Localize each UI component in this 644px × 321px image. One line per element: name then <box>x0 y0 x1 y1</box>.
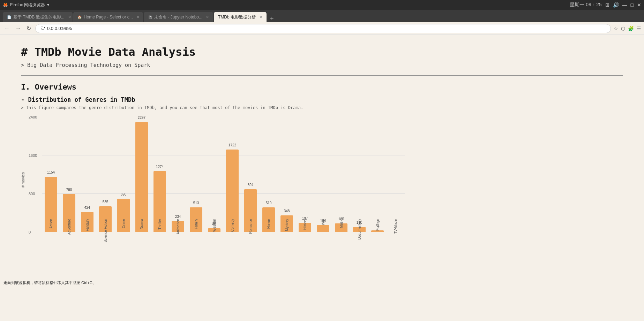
bar-value: 424 <box>84 206 90 209</box>
tab-3-label: 未命名 - Jupyter Notebo... <box>154 14 202 20</box>
bar-value: 790 <box>66 188 72 192</box>
x-label: Romance <box>241 217 260 243</box>
x-label-text: War <box>321 219 325 225</box>
tab-3-close[interactable]: ✕ <box>206 15 209 20</box>
url-box[interactable]: 🛡 0.0.0.0:9995 <box>35 24 611 33</box>
grid-label: 0 <box>29 230 31 234</box>
bar-group: 8 <box>387 117 405 232</box>
status-text: 走向到该虚拟机，请将鼠标指针移入其中或按 Ctrl+G。 <box>3 280 96 285</box>
bar-group: 696 <box>114 117 133 232</box>
x-label: Thriller <box>151 217 169 243</box>
x-label: Fantasy <box>78 217 96 243</box>
section-title: I. Overviews <box>21 83 623 91</box>
bar-drama: 2297 <box>135 122 148 232</box>
tab-3-icon: 📓 <box>148 15 152 19</box>
tab-2-close[interactable]: ✕ <box>136 15 140 20</box>
bar-group: 34 <box>368 117 387 232</box>
x-label-text: Romance <box>249 219 253 234</box>
x-label: Family <box>187 217 205 243</box>
bar-group: 82 <box>205 117 223 232</box>
x-label: Horror <box>260 217 278 243</box>
x-label-text: Science Fiction <box>104 219 107 243</box>
x-label-text: TV Movie <box>394 219 398 234</box>
x-label-text: Mystery <box>285 219 289 231</box>
grid-label: 800 <box>29 192 35 196</box>
x-label: Comedy <box>223 217 241 243</box>
tab-1-label: 基于 TMDB 数据集的电影... <box>13 14 65 20</box>
tab-4-close[interactable]: ✕ <box>259 15 262 20</box>
tab-4-label: TMDb 电影数据分析 <box>218 14 256 20</box>
x-label: Action <box>42 217 60 243</box>
bar-group: 535 <box>96 117 114 232</box>
x-label: Western <box>205 217 223 243</box>
forward-button[interactable]: → <box>14 25 22 32</box>
x-labels: ActionAdventureFantasyScience FictionCri… <box>42 217 405 243</box>
x-label-text: Western <box>212 219 216 232</box>
bookmark-icon[interactable]: ☆ <box>614 26 618 31</box>
bar-value: 519 <box>266 201 272 205</box>
x-label: Mystery <box>278 217 296 243</box>
bars-container: 1154790424535696229712742345138217228945… <box>42 117 405 232</box>
bar-value: 1722 <box>229 143 236 147</box>
new-tab-button[interactable]: + <box>267 15 277 22</box>
tab-4[interactable]: TMDb 电影数据分析 ✕ <box>214 12 267 22</box>
x-label-text: Thriller <box>158 219 162 230</box>
chart-container: # movies 080016002400 115479042453569622… <box>21 117 405 243</box>
bar-group: 1722 <box>223 117 241 232</box>
tab-1-icon: 📄 <box>7 15 11 19</box>
page-title: # TMDb Movie Data Analysis <box>21 45 623 59</box>
page-content: # TMDb Movie Data Analysis > Big Data Pr… <box>0 35 644 279</box>
bar-group: 2297 <box>133 117 151 232</box>
tab-1-close[interactable]: ✕ <box>68 15 71 20</box>
reload-button[interactable]: ↻ <box>25 24 32 32</box>
titlebar: 🦊 Firefox 网络浏览器 ▾ 星期一 09：25 ⊞ 🔊 — □ ✕ <box>0 0 644 10</box>
grid-label: 2400 <box>29 115 37 119</box>
bar-group: 234 <box>169 117 187 232</box>
bar-value: 894 <box>248 183 254 187</box>
bar-group: 197 <box>296 117 314 232</box>
x-label: War <box>314 217 332 243</box>
x-label-text: Foreign <box>376 219 380 231</box>
bar-value: 535 <box>103 200 108 204</box>
bar-group: 1154 <box>42 117 60 232</box>
bar-group: 348 <box>278 117 296 232</box>
x-label: Drama <box>133 217 151 243</box>
x-label-text: Fantasy <box>85 219 89 231</box>
bar-value: 1154 <box>47 170 55 174</box>
bar-group: 894 <box>241 117 260 232</box>
tab-2-icon: 🏠 <box>77 15 82 19</box>
bar-value: 348 <box>284 209 290 213</box>
address-bar: ← → ↻ 🛡 0.0.0.0:9995 ☆ ⬡ 🧩 ☰ <box>0 22 644 35</box>
menu-icon[interactable]: ☰ <box>637 26 641 31</box>
maximize-button[interactable]: □ <box>631 2 634 8</box>
firefox-logo-icon: 🦊 <box>3 2 8 7</box>
back-button[interactable]: ← <box>3 25 11 32</box>
x-label-text: Adventure <box>67 219 71 235</box>
url-text: 0.0.0.0:9995 <box>47 26 72 31</box>
bar-group: 519 <box>260 117 278 232</box>
bar-group: 424 <box>78 117 96 232</box>
bar-value: 2297 <box>138 116 145 120</box>
bar-value: 1274 <box>156 165 164 169</box>
close-button[interactable]: ✕ <box>637 2 641 8</box>
bar-group: 185 <box>332 117 350 232</box>
volume-icon: 🔊 <box>613 2 619 8</box>
x-label-text: Music <box>339 219 343 228</box>
titlebar-left: 🦊 Firefox 网络浏览器 ▾ <box>3 2 49 8</box>
tab-bar: 📄 基于 TMDB 数据集的电影... ✕ 🏠 Home Page - Sele… <box>0 10 644 22</box>
y-axis-label: # movies <box>21 172 25 188</box>
x-label: Documentary <box>350 217 368 243</box>
shield-icon: 🛡 <box>40 26 45 31</box>
chart-description: > This figure compares the genre distrib… <box>21 105 623 110</box>
x-label: Adventure <box>60 217 78 243</box>
tab-1[interactable]: 📄 基于 TMDB 数据集的电影... ✕ <box>3 12 73 22</box>
tab-2[interactable]: 🏠 Home Page - Select or c... ✕ <box>73 12 143 22</box>
tab-3[interactable]: 📓 未命名 - Jupyter Notebo... ✕ <box>144 12 213 22</box>
minimize-button[interactable]: — <box>622 2 627 8</box>
titlebar-dropdown-icon[interactable]: ▾ <box>47 2 49 7</box>
x-label-text: Action <box>49 219 53 229</box>
bar-group: 1274 <box>151 117 169 232</box>
tab-2-label: Home Page - Select or c... <box>84 15 133 20</box>
titlebar-right: 星期一 09：25 ⊞ 🔊 — □ ✕ <box>570 2 641 8</box>
chart-inner: 080016002400 115479042453569622971274234… <box>28 117 405 243</box>
